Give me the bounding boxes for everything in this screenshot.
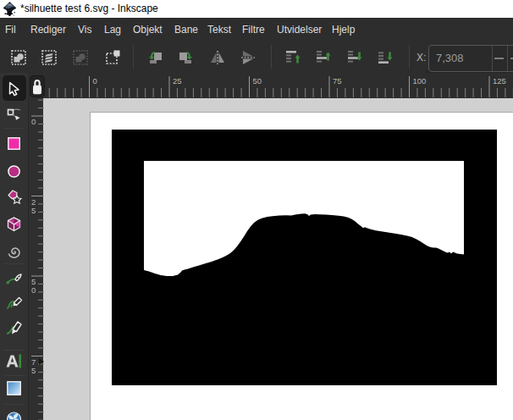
svg-text:125: 125: [493, 76, 506, 86]
svg-text:5: 5: [31, 366, 36, 375]
svg-text:50: 50: [253, 76, 262, 86]
svg-text:0: 0: [31, 117, 36, 126]
svg-text:5: 5: [31, 206, 36, 215]
svg-text:0: 0: [93, 76, 97, 86]
svg-text:75: 75: [333, 76, 342, 86]
svg-text:25: 25: [173, 76, 182, 86]
svg-text:100: 100: [413, 76, 427, 86]
svg-text:0: 0: [31, 285, 36, 295]
